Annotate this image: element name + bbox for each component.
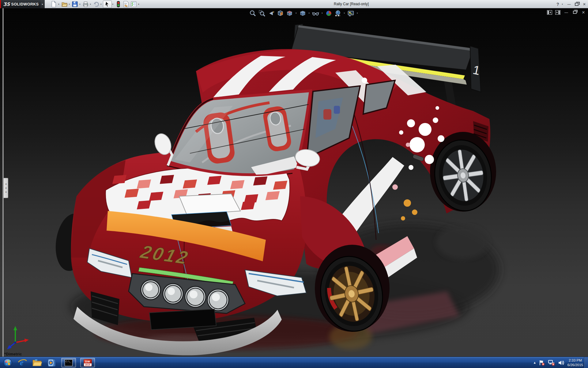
window-title: Rally Car [Read-only] xyxy=(334,2,369,6)
titlebar-controls: ? ▾ — ✕ xyxy=(556,0,587,8)
solidworks-icon-year: 2015 xyxy=(84,363,92,366)
section-view-icon xyxy=(277,10,284,17)
internet-explorer-button[interactable]: e xyxy=(17,358,28,367)
solidworks-2015-icon: SW 2015 xyxy=(84,359,92,366)
taskbar-items: e C:\_ xyxy=(2,357,95,368)
help-button[interactable]: ? xyxy=(556,2,559,7)
view-settings-button[interactable] xyxy=(347,10,355,17)
file-properties-icon xyxy=(123,1,129,7)
media-player-button[interactable] xyxy=(47,358,57,367)
previous-view-button[interactable] xyxy=(267,10,275,17)
heads-up-view-toolbar: ▾ ▾ ▾ xyxy=(249,9,359,17)
appearance-sphere-icon xyxy=(325,10,332,17)
save-button[interactable] xyxy=(71,1,79,8)
print-dropdown[interactable]: ▾ xyxy=(90,3,91,6)
taskbar-clock[interactable]: 2:33 PM 6/26/2015 xyxy=(567,358,583,367)
view-orientation-button[interactable] xyxy=(285,10,294,17)
doc-restore-button[interactable] xyxy=(572,10,578,15)
collapse-arrow-icon: ◂ xyxy=(5,191,6,193)
new-document-icon xyxy=(51,1,57,7)
show-desktop-button[interactable] xyxy=(584,357,588,368)
windows-taskbar: e C:\_ xyxy=(0,357,588,368)
undo-button[interactable] xyxy=(92,1,100,8)
view-orientation-dropdown[interactable]: ▾ xyxy=(296,12,297,14)
command-prompt-icon-text: C:\_ xyxy=(66,360,71,363)
volume-icon[interactable] xyxy=(558,360,565,366)
solidworks-logo: ƷS SOLIDWORKS xyxy=(0,0,40,8)
show-hidden-icons-button[interactable]: ▲ xyxy=(534,361,536,364)
previous-view-icon xyxy=(268,10,275,17)
options-button[interactable] xyxy=(130,1,138,8)
open-folder-icon xyxy=(61,1,68,7)
hide-show-items-button[interactable] xyxy=(311,10,320,17)
display-style-dropdown[interactable]: ▾ xyxy=(309,12,310,14)
view-orientation-icon xyxy=(286,10,293,17)
save-floppy-icon xyxy=(72,1,78,7)
file-properties-button[interactable] xyxy=(122,1,130,8)
command-prompt-button[interactable]: C:\_ xyxy=(61,358,76,367)
zoom-to-area-button[interactable] xyxy=(258,10,266,17)
minimize-button[interactable]: — xyxy=(566,2,572,7)
hide-show-dropdown[interactable]: ▾ xyxy=(322,12,323,14)
close-button[interactable]: ✕ xyxy=(582,2,587,7)
rebuild-indicator[interactable] xyxy=(115,1,122,8)
open-dropdown[interactable]: ▾ xyxy=(69,3,70,6)
edit-appearance-button[interactable] xyxy=(325,10,333,17)
start-button[interactable] xyxy=(2,358,13,367)
save-dropdown[interactable]: ▾ xyxy=(79,3,81,6)
logo-red-stripe xyxy=(0,0,1,8)
main-toolbar: ▾ ▾ ▾ ▾ xyxy=(50,0,141,8)
doc-close-button[interactable]: ✕ xyxy=(581,10,586,15)
3d-viewport[interactable]: 1 xyxy=(0,8,588,357)
apply-scene-button[interactable] xyxy=(334,10,342,17)
glasses-icon xyxy=(312,10,319,17)
options-checklist-icon xyxy=(130,1,137,7)
solidworks-icon-text: SW xyxy=(84,360,92,363)
apply-scene-icon xyxy=(334,10,341,17)
clock-time: 2:33 PM xyxy=(569,358,582,362)
print-button[interactable] xyxy=(82,1,89,8)
folder-icon xyxy=(32,358,42,367)
options-dropdown[interactable]: ▾ xyxy=(138,3,139,6)
collapse-arrow-icon: ◂ xyxy=(5,183,6,185)
show-feature-pane-icon[interactable] xyxy=(547,10,552,15)
view-settings-dropdown[interactable]: ▾ xyxy=(357,12,358,14)
graphics-area: 1 xyxy=(0,8,588,357)
collapse-arrow-icon: ◂ xyxy=(5,187,6,189)
traffic-light-icon xyxy=(115,1,122,7)
solidworks-2015-button[interactable]: SW 2015 xyxy=(80,358,95,367)
menu-expand-arrow[interactable]: ▸ xyxy=(40,0,45,8)
show-task-pane-icon[interactable] xyxy=(555,10,560,15)
command-prompt-icon: C:\_ xyxy=(65,359,73,366)
titlebar: ƷS SOLIDWORKS ▸ ▾ ▾ ▾ xyxy=(0,0,588,8)
zoom-to-fit-icon xyxy=(249,10,256,17)
new-button[interactable] xyxy=(50,1,58,8)
internet-explorer-icon: e xyxy=(18,358,27,367)
select-cursor-icon xyxy=(104,1,111,7)
rear-right-wheel xyxy=(430,132,496,215)
action-center-flag-icon[interactable] xyxy=(538,360,545,366)
network-status-icon[interactable] xyxy=(548,360,555,366)
reference-triad xyxy=(5,324,31,350)
clock-date: 6/26/2015 xyxy=(567,363,583,367)
select-button[interactable] xyxy=(103,1,112,8)
undo-icon xyxy=(93,1,99,7)
help-dropdown[interactable]: ▾ xyxy=(562,3,563,6)
doc-minimize-button[interactable]: — xyxy=(564,10,569,15)
open-button[interactable] xyxy=(61,1,68,8)
select-dropdown[interactable]: ▾ xyxy=(112,3,114,6)
display-style-button[interactable] xyxy=(299,10,307,17)
apply-scene-dropdown[interactable]: ▾ xyxy=(344,12,345,14)
section-view-button[interactable] xyxy=(276,10,285,17)
zoom-to-fit-button[interactable] xyxy=(249,10,257,17)
feature-pane-collapsed-tab[interactable]: ◂ ◂ ◂ xyxy=(4,178,8,198)
media-player-icon xyxy=(47,358,56,367)
restore-icon xyxy=(575,3,579,6)
new-dropdown[interactable]: ▾ xyxy=(58,3,59,6)
undo-dropdown[interactable]: ▾ xyxy=(100,3,102,6)
print-icon xyxy=(82,1,89,7)
doc-restore-icon xyxy=(573,11,577,14)
windows-explorer-button[interactable] xyxy=(32,358,42,367)
windshield xyxy=(169,91,311,176)
restore-button[interactable] xyxy=(574,2,579,7)
